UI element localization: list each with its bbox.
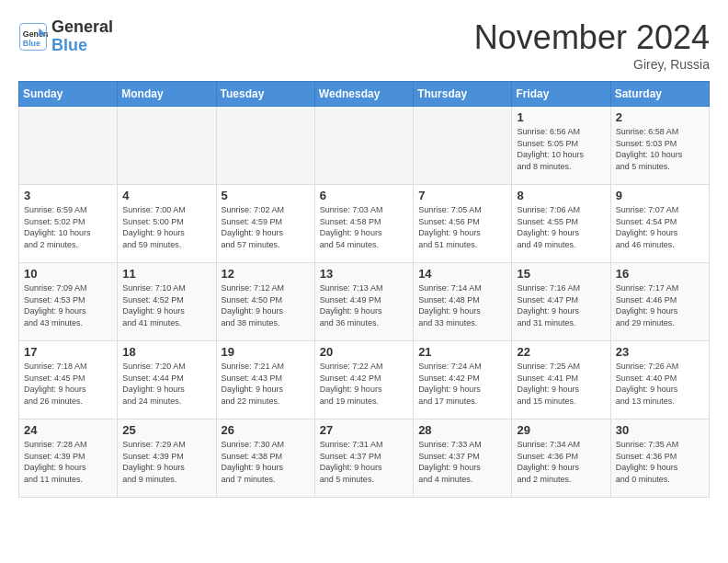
calendar-cell: 12Sunrise: 7:12 AM Sunset: 4:50 PM Dayli… [216,263,314,341]
calendar-table: SundayMondayTuesdayWednesdayThursdayFrid… [18,81,710,498]
day-info: Sunrise: 7:02 AM Sunset: 4:59 PM Dayligh… [222,204,310,250]
svg-text:Blue: Blue [23,38,40,47]
day-info: Sunrise: 7:09 AM Sunset: 4:53 PM Dayligh… [24,282,112,328]
day-info: Sunrise: 7:16 AM Sunset: 4:47 PM Dayligh… [517,282,605,328]
day-number: 16 [616,267,704,281]
calendar-cell: 18Sunrise: 7:20 AM Sunset: 4:44 PM Dayli… [118,341,216,419]
day-number: 6 [320,189,408,202]
day-number: 4 [122,189,210,202]
day-info: Sunrise: 7:28 AM Sunset: 4:39 PM Dayligh… [24,439,112,485]
day-info: Sunrise: 7:06 AM Sunset: 4:55 PM Dayligh… [517,204,605,250]
calendar-cell [19,107,118,185]
calendar-cell: 7Sunrise: 7:05 AM Sunset: 4:56 PM Daylig… [414,185,512,263]
day-number: 5 [222,189,310,202]
calendar-cell: 1Sunrise: 6:56 AM Sunset: 5:05 PM Daylig… [512,107,610,185]
day-info: Sunrise: 7:03 AM Sunset: 4:58 PM Dayligh… [320,204,408,250]
weekday-header-wednesday: Wednesday [314,82,413,107]
calendar-cell: 20Sunrise: 7:22 AM Sunset: 4:42 PM Dayli… [314,341,413,419]
calendar-cell: 27Sunrise: 7:31 AM Sunset: 4:37 PM Dayli… [314,419,413,498]
day-info: Sunrise: 7:13 AM Sunset: 4:49 PM Dayligh… [320,282,408,328]
location: Girey, Russia [474,57,710,72]
day-info: Sunrise: 6:58 AM Sunset: 5:03 PM Dayligh… [616,126,704,172]
calendar-cell [118,107,216,185]
day-info: Sunrise: 7:31 AM Sunset: 4:37 PM Dayligh… [320,439,408,485]
calendar-cell: 19Sunrise: 7:21 AM Sunset: 4:43 PM Dayli… [216,341,314,419]
day-number: 27 [320,423,408,437]
calendar-cell [216,107,314,185]
day-number: 19 [222,345,310,359]
day-info: Sunrise: 7:22 AM Sunset: 4:42 PM Dayligh… [320,361,408,407]
day-number: 11 [122,267,210,281]
calendar-cell: 4Sunrise: 7:00 AM Sunset: 5:00 PM Daylig… [118,185,216,263]
day-number: 13 [320,267,408,281]
day-number: 8 [517,189,605,202]
calendar-cell: 21Sunrise: 7:24 AM Sunset: 4:42 PM Dayli… [414,341,512,419]
title-block: November 2024 Girey, Russia [474,18,710,72]
weekday-header-saturday: Saturday [610,82,709,107]
weekday-header-row: SundayMondayTuesdayWednesdayThursdayFrid… [19,82,710,107]
page-header: General Blue General Blue November 2024 … [18,18,710,72]
calendar-cell: 2Sunrise: 6:58 AM Sunset: 5:03 PM Daylig… [610,107,709,185]
weekday-header-sunday: Sunday [19,82,118,107]
day-info: Sunrise: 7:12 AM Sunset: 4:50 PM Dayligh… [222,282,310,328]
day-info: Sunrise: 7:30 AM Sunset: 4:38 PM Dayligh… [222,439,310,485]
day-info: Sunrise: 6:56 AM Sunset: 5:05 PM Dayligh… [517,126,605,172]
calendar-cell: 9Sunrise: 7:07 AM Sunset: 4:54 PM Daylig… [610,185,709,263]
day-number: 30 [616,423,704,437]
day-number: 1 [517,110,605,124]
week-row-4: 17Sunrise: 7:18 AM Sunset: 4:45 PM Dayli… [19,341,710,419]
day-info: Sunrise: 6:59 AM Sunset: 5:02 PM Dayligh… [24,204,112,250]
day-number: 28 [418,423,506,437]
calendar-cell [314,107,413,185]
weekday-header-friday: Friday [512,82,610,107]
calendar-cell: 11Sunrise: 7:10 AM Sunset: 4:52 PM Dayli… [118,263,216,341]
calendar-cell: 28Sunrise: 7:33 AM Sunset: 4:37 PM Dayli… [414,419,512,498]
day-number: 18 [122,345,210,359]
calendar-cell: 14Sunrise: 7:14 AM Sunset: 4:48 PM Dayli… [414,263,512,341]
month-title: November 2024 [474,18,710,57]
day-info: Sunrise: 7:05 AM Sunset: 4:56 PM Dayligh… [418,204,506,250]
day-number: 23 [616,345,704,359]
calendar-cell: 26Sunrise: 7:30 AM Sunset: 4:38 PM Dayli… [216,419,314,498]
day-number: 26 [222,423,310,437]
day-number: 20 [320,345,408,359]
day-number: 21 [418,345,506,359]
calendar-cell: 16Sunrise: 7:17 AM Sunset: 4:46 PM Dayli… [610,263,709,341]
day-info: Sunrise: 7:17 AM Sunset: 4:46 PM Dayligh… [616,282,704,328]
calendar-cell: 10Sunrise: 7:09 AM Sunset: 4:53 PM Dayli… [19,263,118,341]
day-info: Sunrise: 7:14 AM Sunset: 4:48 PM Dayligh… [418,282,506,328]
day-number: 9 [616,189,704,202]
day-info: Sunrise: 7:35 AM Sunset: 4:36 PM Dayligh… [616,439,704,485]
day-number: 2 [616,110,704,124]
calendar-cell: 5Sunrise: 7:02 AM Sunset: 4:59 PM Daylig… [216,185,314,263]
day-info: Sunrise: 7:20 AM Sunset: 4:44 PM Dayligh… [122,361,210,407]
day-number: 24 [24,423,112,437]
day-number: 10 [24,267,112,281]
calendar-cell: 23Sunrise: 7:26 AM Sunset: 4:40 PM Dayli… [610,341,709,419]
day-info: Sunrise: 7:18 AM Sunset: 4:45 PM Dayligh… [24,361,112,407]
day-info: Sunrise: 7:24 AM Sunset: 4:42 PM Dayligh… [418,361,506,407]
day-number: 12 [222,267,310,281]
logo: General Blue General Blue [18,18,113,55]
day-info: Sunrise: 7:33 AM Sunset: 4:37 PM Dayligh… [418,439,506,485]
week-row-3: 10Sunrise: 7:09 AM Sunset: 4:53 PM Dayli… [19,263,710,341]
calendar-cell: 6Sunrise: 7:03 AM Sunset: 4:58 PM Daylig… [314,185,413,263]
week-row-1: 1Sunrise: 6:56 AM Sunset: 5:05 PM Daylig… [19,107,710,185]
calendar-cell: 3Sunrise: 6:59 AM Sunset: 5:02 PM Daylig… [19,185,118,263]
calendar-cell: 22Sunrise: 7:25 AM Sunset: 4:41 PM Dayli… [512,341,610,419]
calendar-cell: 29Sunrise: 7:34 AM Sunset: 4:36 PM Dayli… [512,419,610,498]
day-info: Sunrise: 7:25 AM Sunset: 4:41 PM Dayligh… [517,361,605,407]
day-info: Sunrise: 7:00 AM Sunset: 5:00 PM Dayligh… [122,204,210,250]
calendar-cell: 30Sunrise: 7:35 AM Sunset: 4:36 PM Dayli… [610,419,709,498]
day-number: 29 [517,423,605,437]
day-number: 14 [418,267,506,281]
day-info: Sunrise: 7:34 AM Sunset: 4:36 PM Dayligh… [517,439,605,485]
calendar-cell: 25Sunrise: 7:29 AM Sunset: 4:39 PM Dayli… [118,419,216,498]
day-info: Sunrise: 7:29 AM Sunset: 4:39 PM Dayligh… [122,439,210,485]
weekday-header-monday: Monday [118,82,216,107]
day-info: Sunrise: 7:21 AM Sunset: 4:43 PM Dayligh… [222,361,310,407]
day-number: 17 [24,345,112,359]
day-info: Sunrise: 7:07 AM Sunset: 4:54 PM Dayligh… [616,204,704,250]
day-number: 22 [517,345,605,359]
calendar-cell: 8Sunrise: 7:06 AM Sunset: 4:55 PM Daylig… [512,185,610,263]
